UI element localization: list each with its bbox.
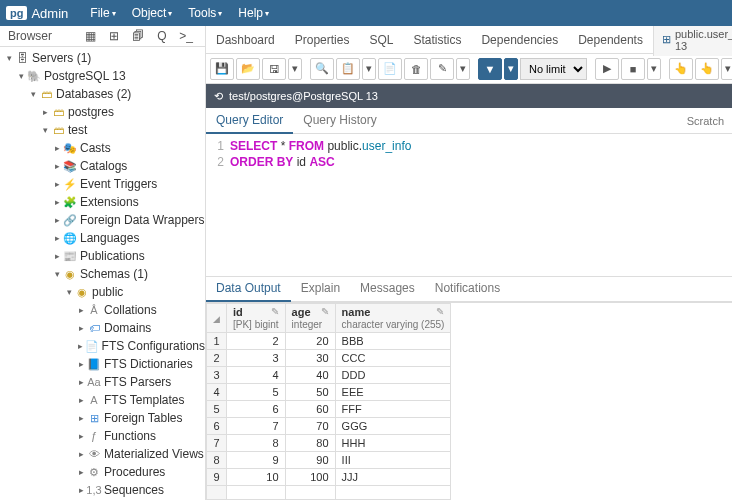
row-header[interactable]: 2 (207, 350, 227, 367)
cell[interactable]: DDD (335, 367, 451, 384)
tree-toggle[interactable]: ▸ (40, 107, 50, 117)
terminal-icon[interactable]: >_ (175, 26, 197, 46)
cell[interactable]: 5 (227, 384, 286, 401)
tree-node[interactable]: ▸🎭Casts (0, 139, 205, 157)
tree-node[interactable]: ▾🗃Databases (2) (0, 85, 205, 103)
tree-toggle[interactable]: ▸ (52, 215, 62, 225)
table-row[interactable]: 4550EEE (207, 384, 451, 401)
table-row[interactable]: 8990III (207, 452, 451, 469)
tree-toggle[interactable]: ▸ (76, 359, 86, 369)
tree-toggle[interactable]: ▸ (76, 323, 86, 333)
table-row[interactable]: 3440DDD (207, 367, 451, 384)
tree-toggle[interactable]: ▸ (76, 431, 86, 441)
tree-node[interactable]: ▾◉public (0, 283, 205, 301)
table-row[interactable]: 2330CCC (207, 350, 451, 367)
tree-node[interactable]: ▸🔗Foreign Data Wrappers (0, 211, 205, 229)
result-tab-1[interactable]: Explain (291, 276, 350, 302)
tab-dependencies[interactable]: Dependencies (471, 27, 568, 53)
cell[interactable]: 6 (227, 401, 286, 418)
cell[interactable]: JJJ (335, 469, 451, 486)
tree-toggle[interactable]: ▸ (76, 305, 86, 315)
tree-toggle[interactable]: ▸ (76, 449, 86, 459)
open-icon[interactable]: 📂 (236, 58, 260, 80)
explain-icon[interactable]: 👆 (669, 58, 693, 80)
tree-toggle[interactable]: ▾ (52, 269, 62, 279)
tree-node[interactable]: ▸⚡Event Triggers (0, 175, 205, 193)
tree-toggle[interactable]: ▸ (76, 341, 85, 351)
menu-tools[interactable]: Tools ▾ (180, 2, 230, 24)
row-header[interactable]: 3 (207, 367, 227, 384)
tree-node[interactable]: ▾🗃test (0, 121, 205, 139)
tree-node[interactable]: ▸📄FTS Configurations (0, 337, 205, 355)
explain2-icon[interactable]: 👆 (695, 58, 719, 80)
row-header[interactable]: 7 (207, 435, 227, 452)
tree-node[interactable]: ▸1,3Sequences (0, 481, 205, 499)
cell[interactable]: FFF (335, 401, 451, 418)
result-tab-0[interactable]: Data Output (206, 276, 291, 302)
tree-node[interactable]: ▸📚Catalogs (0, 157, 205, 175)
tree-node[interactable]: ▸👁Materialized Views (0, 445, 205, 463)
tab-sql[interactable]: SQL (359, 27, 403, 53)
tree-node[interactable]: ▸🗃postgres (0, 103, 205, 121)
row-header[interactable]: 1 (207, 333, 227, 350)
cell[interactable]: 8 (227, 435, 286, 452)
search-icon[interactable]: Q (151, 26, 173, 46)
tree-node[interactable]: ▸🧩Extensions (0, 193, 205, 211)
tree-toggle[interactable]: ▾ (16, 71, 26, 81)
col-header[interactable]: name✎character varying (255) (335, 304, 451, 333)
col-header[interactable]: age✎integer (285, 304, 335, 333)
editor-tab-1[interactable]: Query History (293, 108, 386, 134)
tree-node[interactable]: ▾🐘PostgreSQL 13 (0, 67, 205, 85)
tree-toggle[interactable]: ▸ (52, 233, 62, 243)
cell[interactable]: HHH (335, 435, 451, 452)
pencil-icon[interactable]: ✎ (321, 306, 329, 317)
tree-node[interactable]: ▸ƒFunctions (0, 427, 205, 445)
cell[interactable]: III (335, 452, 451, 469)
stop-icon[interactable]: ■ (621, 58, 645, 80)
table-row[interactable]: 6770GGG (207, 418, 451, 435)
data-grid[interactable]: ◢id✎[PK] bigintage✎integername✎character… (206, 303, 451, 500)
cell[interactable]: GGG (335, 418, 451, 435)
refresh-icon[interactable]: ⟲ (214, 90, 223, 103)
row-header[interactable]: 8 (207, 452, 227, 469)
cell[interactable]: 50 (285, 384, 335, 401)
save-icon[interactable]: 💾 (210, 58, 234, 80)
tree-toggle[interactable]: ▸ (52, 143, 62, 153)
pencil-icon[interactable]: ✎ (436, 306, 444, 317)
paste-icon[interactable]: 📄 (378, 58, 402, 80)
filter-dropdown[interactable]: ▾ (504, 58, 518, 80)
cell[interactable]: EEE (335, 384, 451, 401)
cell[interactable]: 7 (227, 418, 286, 435)
tree-toggle[interactable]: ▾ (28, 89, 38, 99)
result-tab-3[interactable]: Notifications (425, 276, 510, 302)
tree-toggle[interactable]: ▾ (4, 53, 14, 63)
find-icon[interactable]: 🔍 (310, 58, 334, 80)
tab-dependents[interactable]: Dependents (568, 27, 653, 53)
tree-node[interactable]: ▾🗄Servers (1) (0, 49, 205, 67)
tree-toggle[interactable]: ▸ (52, 197, 62, 207)
grid-icon[interactable]: ▦ (79, 26, 101, 46)
sql-editor[interactable]: 12 SELECT * FROM public.user_info ORDER … (206, 134, 732, 276)
copy-dropdown[interactable]: ▾ (362, 58, 376, 80)
table-row[interactable]: 1220BBB (207, 333, 451, 350)
row-header[interactable]: 9 (207, 469, 227, 486)
save-dropdown[interactable]: ▾ (288, 58, 302, 80)
row-header[interactable]: 5 (207, 401, 227, 418)
tree-node[interactable]: ▸🏷Domains (0, 319, 205, 337)
limit-select[interactable]: No limit (520, 58, 587, 80)
file-tab[interactable]: ⊞ public.user_info/test/postgres@Postgre… (653, 26, 732, 56)
tab-properties[interactable]: Properties (285, 27, 360, 53)
menu-object[interactable]: Object ▾ (124, 2, 181, 24)
tree-toggle[interactable]: ▸ (52, 251, 62, 261)
tree-node[interactable]: ▸⊞Foreign Tables (0, 409, 205, 427)
cell[interactable]: 70 (285, 418, 335, 435)
tree-toggle[interactable]: ▸ (76, 395, 86, 405)
row-header[interactable]: 4 (207, 384, 227, 401)
save-file-icon[interactable]: 🖫 (262, 58, 286, 80)
cell[interactable]: 100 (285, 469, 335, 486)
corner-cell[interactable]: ◢ (207, 304, 227, 333)
tree-node[interactable]: ▸📘FTS Dictionaries (0, 355, 205, 373)
tree-node[interactable]: ▸📰Publications (0, 247, 205, 265)
result-tab-2[interactable]: Messages (350, 276, 425, 302)
table-icon[interactable]: ⊞ (103, 26, 125, 46)
